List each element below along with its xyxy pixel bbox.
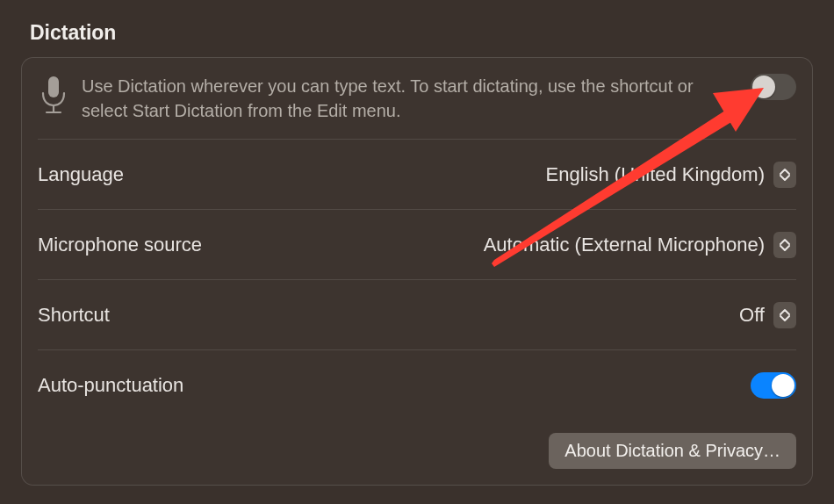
microphone-icon [38, 74, 82, 116]
shortcut-stepper[interactable] [773, 302, 796, 328]
about-dictation-privacy-button[interactable]: About Dictation & Privacy… [549, 433, 796, 469]
shortcut-value: Off [739, 304, 765, 327]
section-title: Dictation [30, 21, 813, 45]
language-label: Language [38, 163, 124, 186]
dictation-intro-text: Use Dictation wherever you can type text… [82, 74, 751, 123]
svg-rect-0 [48, 76, 59, 97]
auto-punctuation-row: Auto-punctuation [38, 350, 796, 421]
shortcut-label: Shortcut [38, 304, 110, 327]
language-value: English (United Kingdom) [546, 163, 765, 186]
shortcut-row[interactable]: Shortcut Off [38, 280, 796, 350]
dictation-panel: Use Dictation wherever you can type text… [21, 57, 813, 486]
dictation-intro-row: Use Dictation wherever you can type text… [38, 58, 796, 140]
footer-row: About Dictation & Privacy… [38, 421, 796, 485]
mic-source-stepper[interactable] [773, 232, 796, 258]
dictation-toggle[interactable] [751, 74, 796, 100]
mic-source-row[interactable]: Microphone source Automatic (External Mi… [38, 210, 796, 280]
language-stepper[interactable] [773, 162, 796, 188]
mic-source-label: Microphone source [38, 234, 202, 256]
auto-punctuation-toggle[interactable] [751, 372, 796, 399]
mic-source-value: Automatic (External Microphone) [484, 234, 765, 256]
auto-punctuation-label: Auto-punctuation [38, 374, 183, 397]
language-row[interactable]: Language English (United Kingdom) [38, 140, 796, 210]
